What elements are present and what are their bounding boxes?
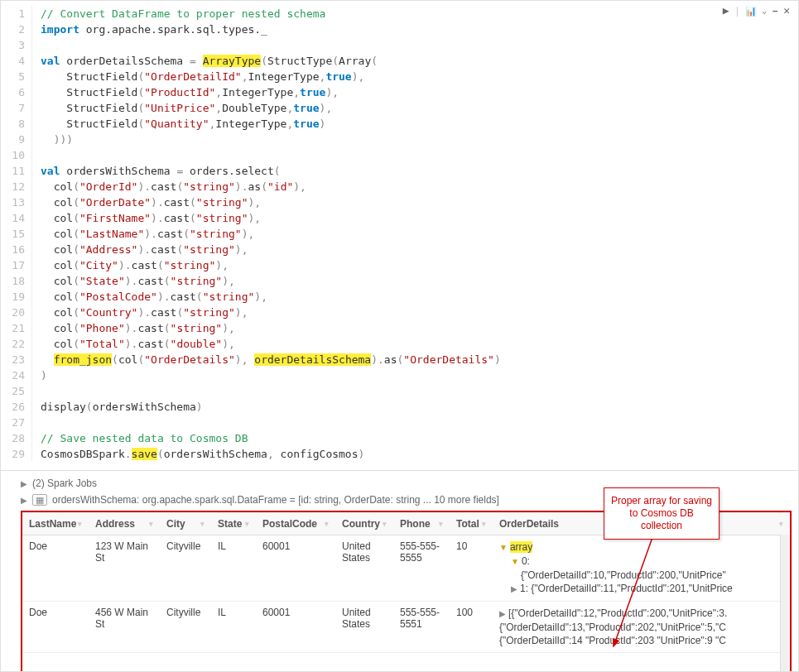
chevron-down-icon[interactable]: ⌄ xyxy=(762,6,767,16)
column-header[interactable]: Country▾ xyxy=(335,513,393,535)
table-row: Doe123 W Main StCityvilleIL60001United S… xyxy=(22,535,790,602)
separator-icon: | xyxy=(734,5,741,17)
cell-state: IL xyxy=(211,535,256,602)
cell-lastname: Doe xyxy=(22,535,89,602)
cell-state: IL xyxy=(211,602,256,653)
cell-city: Cityville xyxy=(160,602,211,653)
code-cell[interactable]: 1234567891011121314151617181920212223242… xyxy=(1,1,798,471)
cell-country: United States xyxy=(335,602,393,653)
cell-country: United States xyxy=(335,535,393,602)
column-header[interactable]: PostalCode▾ xyxy=(256,513,335,535)
table-row: Doe456 W Main StCityvilleIL60001United S… xyxy=(22,602,790,653)
minimize-icon[interactable]: – xyxy=(772,5,778,17)
cell-address: 123 W Main St xyxy=(89,535,160,602)
spark-jobs-label: (2) Spark Jobs xyxy=(32,478,97,489)
cell-toolbar: ▶ | 📊 ⌄ – ✕ xyxy=(723,4,790,17)
cell-total: 10 xyxy=(450,535,493,602)
cell-postalcode: 60001 xyxy=(256,602,335,653)
callout-text: Proper array for saving to Cosmos DB col… xyxy=(611,495,712,531)
column-header[interactable]: Total▾ xyxy=(450,513,493,535)
svg-line-0 xyxy=(614,530,655,646)
column-header[interactable]: LastName▾ xyxy=(22,513,89,535)
annotation-callout: Proper array for saving to Cosmos DB col… xyxy=(604,487,720,540)
cell-phone: 555-555-5555 xyxy=(393,535,450,602)
code-content[interactable]: // Convert DataFrame to proper nested sc… xyxy=(32,6,501,462)
run-cell-icon[interactable]: ▶ xyxy=(723,4,729,17)
cell-city: Cityville xyxy=(160,535,211,602)
expand-triangle-icon[interactable]: ▶ xyxy=(21,496,27,505)
schema-label: ordersWithSchema: org.apache.spark.sql.D… xyxy=(52,494,499,506)
column-header[interactable]: Phone▾ xyxy=(393,513,450,535)
cell-total: 100 xyxy=(450,602,493,653)
column-header[interactable]: State▾ xyxy=(211,513,256,535)
vertical-scrollbar[interactable] xyxy=(780,512,790,672)
annotation-arrow xyxy=(605,530,671,655)
line-gutter: 1234567891011121314151617181920212223242… xyxy=(1,6,32,462)
column-header[interactable]: Address▾ xyxy=(89,513,160,535)
cell-phone: 555-555-5551 xyxy=(393,602,450,653)
cell-lastname: Doe xyxy=(22,602,89,653)
dataframe-icon: ▦ xyxy=(32,494,47,506)
column-header[interactable]: City▾ xyxy=(160,513,211,535)
cell-address: 456 W Main St xyxy=(89,602,160,653)
table-body: Doe123 W Main StCityvilleIL60001United S… xyxy=(22,535,790,653)
bar-chart-icon[interactable]: 📊 xyxy=(745,6,757,17)
cell-postalcode: 60001 xyxy=(256,535,335,602)
close-icon[interactable]: ✕ xyxy=(783,4,790,17)
expand-triangle-icon[interactable]: ▶ xyxy=(21,479,27,488)
